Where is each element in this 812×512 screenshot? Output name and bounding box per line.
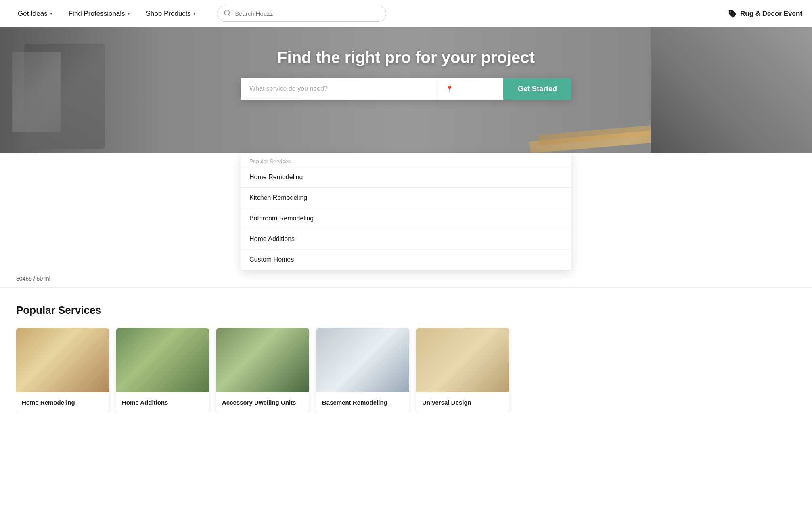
service-card-basement[interactable]: Basement Remodeling bbox=[316, 328, 409, 412]
service-card-universal[interactable]: Universal Design bbox=[416, 328, 509, 412]
dropdown-item-bathroom-remodeling[interactable]: Bathroom Remodeling bbox=[241, 208, 571, 229]
card-label-basement: Basement Remodeling bbox=[316, 392, 409, 412]
svg-line-1 bbox=[229, 14, 230, 15]
service-cards-row: Home Remodeling Home Additions Accessory… bbox=[16, 328, 796, 412]
get-started-button[interactable]: Get Started bbox=[503, 78, 571, 100]
dropdown-item-home-additions[interactable]: Home Additions bbox=[241, 229, 571, 249]
service-card-adu[interactable]: Accessory Dwelling Units bbox=[216, 328, 309, 412]
card-label-home-additions: Home Additions bbox=[116, 392, 209, 412]
tag-icon bbox=[728, 9, 737, 18]
card-label-adu: Accessory Dwelling Units bbox=[216, 392, 309, 412]
card-label-home-remodeling: Home Remodeling bbox=[16, 392, 109, 412]
dropdown-item-custom-homes[interactable]: Custom Homes bbox=[241, 249, 571, 270]
nav-shop-products[interactable]: Shop Products ▾ bbox=[138, 6, 204, 21]
navbar: Get Ideas ▾ Find Professionals ▾ Shop Pr… bbox=[0, 0, 812, 27]
search-bar bbox=[217, 6, 386, 22]
card-image-home-additions bbox=[116, 328, 209, 392]
nav-links: Get Ideas ▾ Find Professionals ▾ Shop Pr… bbox=[10, 6, 204, 21]
hero-title: Find the right pro for your project bbox=[277, 48, 535, 67]
dropdown-section-label: Popular Services bbox=[241, 153, 571, 167]
below-hero-filter: 80465 / 50 mi bbox=[0, 270, 812, 288]
service-card-home-additions[interactable]: Home Additions bbox=[116, 328, 209, 412]
search-input[interactable] bbox=[235, 10, 379, 17]
dropdown-item-kitchen-remodeling[interactable]: Kitchen Remodeling bbox=[241, 187, 571, 208]
dropdown-item-home-remodeling[interactable]: Home Remodeling bbox=[241, 167, 571, 187]
nav-find-professionals-label: Find Professionals bbox=[69, 10, 125, 18]
card-image-basement bbox=[316, 328, 409, 392]
hero-section: Find the right pro for your project 📍 80… bbox=[0, 27, 812, 153]
location-input[interactable]: 80465 bbox=[457, 85, 493, 92]
card-image-adu bbox=[216, 328, 309, 392]
chevron-down-icon: ▾ bbox=[193, 11, 196, 16]
popular-services-section: Popular Services Home Remodeling Home Ad… bbox=[0, 288, 812, 436]
nav-shop-products-label: Shop Products bbox=[146, 10, 191, 18]
rug-decor-event[interactable]: Rug & Decor Event bbox=[728, 9, 802, 18]
service-input[interactable] bbox=[241, 78, 439, 100]
search-icon bbox=[224, 9, 231, 18]
service-card-home-remodeling[interactable]: Home Remodeling bbox=[16, 328, 109, 412]
nav-get-ideas-label: Get Ideas bbox=[18, 10, 48, 18]
card-image-home-remodeling bbox=[16, 328, 109, 392]
chevron-down-icon: ▾ bbox=[128, 11, 130, 16]
service-dropdown: Popular Services Home Remodeling Kitchen… bbox=[241, 153, 571, 270]
card-image-universal bbox=[416, 328, 509, 392]
nav-get-ideas[interactable]: Get Ideas ▾ bbox=[10, 6, 61, 21]
location-filter-text: 80465 / 50 mi bbox=[16, 275, 50, 282]
location-pin-icon: 📍 bbox=[446, 85, 454, 93]
popular-services-title: Popular Services bbox=[16, 304, 796, 317]
nav-find-professionals[interactable]: Find Professionals ▾ bbox=[61, 6, 138, 21]
rug-event-label: Rug & Decor Event bbox=[740, 10, 802, 18]
hero-form: 📍 80465 Get Started bbox=[241, 78, 571, 100]
card-label-universal: Universal Design bbox=[416, 392, 509, 412]
chevron-down-icon: ▾ bbox=[50, 11, 52, 16]
location-wrap: 📍 80465 bbox=[439, 78, 503, 100]
